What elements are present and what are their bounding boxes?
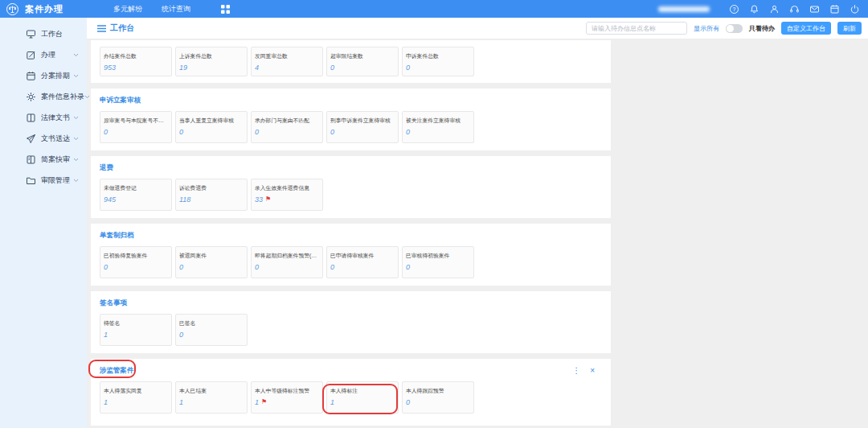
stat-card-value: 33 ⚑ — [255, 195, 319, 204]
stat-card[interactable]: 承办部门与案由不匹配 0 — [251, 111, 323, 143]
stat-card-label: 办结案件总数 — [104, 52, 168, 60]
stat-card-value: 0 — [406, 263, 470, 271]
show-all-toggle[interactable] — [726, 24, 743, 33]
stat-card-number: 1 — [104, 398, 108, 406]
card-row: 原审案号与本院案号不匹配 0 当事人重复立案待审核 0 承办部门与案由不匹配 0… — [100, 111, 602, 143]
stat-card[interactable]: 本人中等级待标注预警 1 ⚑ — [251, 381, 323, 414]
nav-multi-resolution[interactable]: 多元解纷 — [113, 4, 142, 14]
sidebar-item-workbench[interactable]: 工作台 — [0, 23, 87, 44]
edit-icon — [26, 50, 36, 60]
stat-card[interactable]: 申诉案件总数 0 — [402, 47, 474, 76]
stat-card[interactable]: 即将超期归档案件预警(超期... 0 — [251, 246, 323, 278]
stat-card-value: 0 — [255, 263, 319, 271]
stat-card-value: 19 — [179, 64, 244, 72]
sidebar-item-label: 案件信息补录 — [41, 92, 84, 102]
section-single-set-archiving: 单套制归档 已初验待复验案件 0 被退回案件 0 即将超期归档案件预警(超期..… — [91, 224, 611, 286]
topbar-right: ? — [658, 4, 860, 14]
stat-card[interactable]: 已申请待审核案件 0 — [326, 246, 399, 278]
sidebar-item-legal-documents[interactable]: 法律文书 — [0, 107, 87, 128]
more-icon[interactable]: ⋮ — [572, 367, 580, 375]
todo-search-input[interactable] — [586, 22, 687, 35]
stat-card-value: 0 — [104, 263, 168, 271]
help-icon[interactable]: ? — [729, 4, 739, 14]
power-icon[interactable] — [850, 4, 860, 14]
folder-icon — [26, 175, 36, 186]
section-case-totals: 办结案件总数 953 上诉案件总数 19 发回重审总数 4 超审限结案数 0 申… — [91, 40, 611, 83]
stat-card[interactable]: 未做退费登记 945 — [100, 179, 172, 211]
sidebar-item-document-delivery[interactable]: 文书送达 — [0, 128, 87, 149]
chevron-down-icon — [73, 74, 79, 78]
stat-card-value: 0 — [406, 64, 470, 72]
stat-card-value: 0 — [330, 128, 395, 136]
stat-card[interactable]: 录入生效案件退费信息 33 ⚑ — [251, 179, 323, 211]
calendar-icon[interactable] — [829, 4, 840, 14]
top-nav: 多元解纷 统计查询 — [113, 4, 230, 14]
show-all-label: 显示所有 — [694, 24, 719, 33]
stat-card-value: 0 — [330, 64, 395, 72]
stat-card[interactable]: 诉讼费退费 118 — [175, 179, 248, 211]
stat-card-label: 诉讼费退费 — [179, 184, 244, 192]
sidebar-item-handling[interactable]: 办理 — [0, 44, 87, 65]
stat-card[interactable]: 本人待落实回复 1 — [100, 381, 172, 414]
stat-card-number: 0 — [406, 398, 410, 406]
headset-icon[interactable] — [789, 4, 800, 14]
sidebar-item-case-assignment[interactable]: 分案排期 — [0, 65, 87, 86]
mail-icon[interactable] — [809, 4, 820, 14]
bell-icon[interactable] — [749, 4, 760, 14]
stat-card-label: 待签名 — [104, 319, 168, 327]
stat-card[interactable]: 当事人重复立案待审核 0 — [175, 111, 248, 143]
chevron-down-icon — [73, 116, 79, 120]
user-icon[interactable] — [769, 4, 780, 14]
stat-card-label: 上诉案件总数 — [179, 52, 244, 60]
stat-card[interactable]: 超审限结案数 0 — [326, 47, 399, 76]
section-appeal-filing-review: 申诉立案审核 原审案号与本院案号不匹配 0 当事人重复立案待审核 0 承办部门与… — [91, 88, 611, 150]
stat-card[interactable]: 已初验待复验案件 0 — [100, 246, 172, 278]
stat-card-number: 118 — [179, 195, 190, 204]
stat-card-number: 953 — [104, 64, 116, 72]
refresh-button[interactable]: 刷新 — [837, 22, 862, 35]
stat-card-value: 0 — [406, 128, 470, 136]
stat-card[interactable]: 已签名 0 — [175, 314, 248, 346]
red-flag-icon: ⚑ — [261, 399, 267, 405]
stat-card-number: 1 — [179, 398, 183, 406]
stat-card-number: 33 — [255, 195, 263, 204]
apps-grid-icon[interactable] — [221, 5, 230, 14]
stat-card[interactable]: 发回重审总数 4 — [251, 47, 323, 76]
stat-card-value: 0 — [179, 128, 244, 136]
close-icon[interactable]: × — [590, 367, 595, 375]
stat-card-value: 1 — [330, 398, 395, 406]
stat-card[interactable]: 待签名 1 — [100, 314, 172, 346]
sidebar-item-label: 工作台 — [41, 29, 63, 39]
stat-card-value: 1 ⚑ — [255, 398, 319, 406]
stat-card[interactable]: 被退回案件 0 — [175, 246, 248, 278]
stat-card-number: 0 — [406, 263, 410, 271]
stat-card[interactable]: 刑事申诉案件立案待审核 0 — [326, 111, 399, 143]
stat-card-label: 被关注案件立案待审核 — [406, 117, 470, 125]
stat-card-label: 已审核待初验案件 — [406, 252, 470, 260]
section-title: 单套制归档 — [100, 231, 134, 241]
stat-card[interactable]: 上诉案件总数 19 — [175, 47, 248, 76]
calendar-icon — [26, 71, 36, 81]
stat-card-number: 1 — [255, 398, 259, 406]
stat-card-value: 0 — [406, 398, 470, 406]
stat-card-number: 0 — [330, 263, 334, 271]
sidebar-item-time-limit-management[interactable]: 审限管理 — [0, 170, 87, 191]
customize-workbench-button[interactable]: 自定义工作台 — [781, 22, 831, 35]
stat-card[interactable]: 原审案号与本院案号不匹配 0 — [100, 111, 172, 143]
nav-statistics-query[interactable]: 统计查询 — [162, 4, 190, 14]
stat-card[interactable]: 本人待跟踪预警 0 — [402, 381, 474, 414]
stat-card[interactable]: 已审核待初验案件 0 — [402, 246, 474, 278]
sidebar-item-quick-trial[interactable]: 简案快审 — [0, 149, 87, 170]
sidebar-item-case-info-supplement[interactable]: 案件信息补录 — [0, 86, 87, 107]
stat-card[interactable]: 本人待标注 1 — [326, 381, 399, 414]
stat-card[interactable]: 被关注案件立案待审核 0 — [402, 111, 474, 143]
stat-card-number: 19 — [179, 64, 187, 72]
chevron-down-icon — [73, 179, 79, 183]
chevron-down-icon — [84, 95, 90, 99]
stat-card-value: 1 — [104, 398, 168, 406]
only-todo-label: 只看待办 — [749, 24, 775, 33]
stat-card[interactable]: 本人已结案 1 — [175, 381, 248, 414]
stat-card-number: 0 — [104, 263, 108, 271]
stat-card[interactable]: 办结案件总数 953 — [100, 47, 172, 76]
stat-card-label: 已申请待审核案件 — [330, 252, 395, 260]
